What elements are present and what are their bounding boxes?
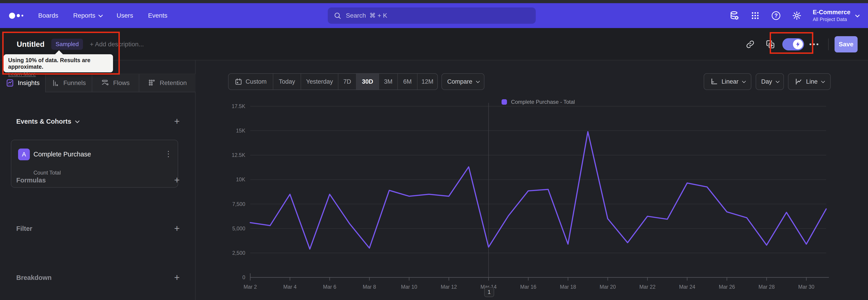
x-axis-tick-label: Mar 2 — [244, 284, 257, 290]
chevron-down-icon — [75, 119, 80, 123]
range-6m[interactable]: 6M — [397, 74, 417, 90]
y-axis-tick-label: 12.5K — [232, 152, 246, 158]
linear-axis-icon — [710, 78, 718, 86]
divider — [828, 38, 829, 50]
mixpanel-logo[interactable] — [9, 13, 23, 19]
add-to-board-button[interactable] — [766, 28, 775, 60]
series-line[interactable] — [250, 131, 826, 249]
range-7d[interactable]: 7D — [338, 74, 356, 90]
x-axis-tick-label: Mar 10 — [401, 284, 417, 290]
lightning-bolt-icon — [795, 41, 801, 47]
x-axis-tick-label: Mar 20 — [600, 284, 616, 290]
retention-icon — [148, 79, 156, 87]
learn-more-link[interactable]: Learn More — [8, 71, 36, 77]
range-custom[interactable]: Custom — [228, 74, 273, 90]
add-filter-button[interactable]: + — [174, 224, 180, 233]
formulas-header: Formulas — [16, 177, 46, 184]
settings-gear-icon[interactable] — [792, 11, 802, 21]
event-options-kebab[interactable]: ⋮ — [164, 149, 172, 158]
y-axis-tick-label: 10K — [236, 177, 246, 182]
search-icon — [334, 12, 341, 20]
chart-panel: Custom Today Yesterday 7D 30D 3M 6M 12M … — [196, 60, 868, 300]
search-input[interactable] — [346, 12, 530, 19]
add-description[interactable]: + Add description... — [90, 41, 144, 48]
y-axis-tick-label: 2,500 — [232, 250, 245, 256]
formulas-row: Formulas + — [16, 175, 174, 186]
app-window: Boards Reports Users Events ? E — [0, 0, 868, 300]
project-scope: All Project Data — [813, 16, 850, 23]
x-axis-tick-label: Mar 4 — [283, 284, 297, 290]
flows-icon — [101, 79, 110, 87]
x-axis-tick-label: Mar 16 — [520, 284, 536, 290]
add-formula-button[interactable]: + — [174, 175, 180, 185]
chevron-down-icon — [821, 79, 825, 83]
events-cohorts-header-row: Events & Cohorts + — [16, 116, 174, 127]
save-button[interactable]: Save — [835, 36, 858, 53]
x-axis-tick-label: Mar 26 — [719, 284, 735, 290]
chevron-down-icon — [476, 79, 480, 83]
range-12m[interactable]: 12M — [417, 74, 437, 90]
chevron-down-icon — [855, 13, 860, 18]
chevron-down-icon — [776, 79, 779, 83]
add-event-button[interactable]: + — [174, 117, 180, 126]
x-axis-tick-label: Mar 12 — [441, 284, 457, 290]
chevron-down-icon — [98, 13, 103, 18]
search-bar[interactable] — [328, 7, 536, 24]
report-header: Untitled Sampled + Add description... ••… — [0, 28, 868, 60]
sampling-toggle[interactable] — [782, 38, 804, 51]
compare-button[interactable]: Compare — [441, 73, 485, 90]
y-axis-tick-label: 5,000 — [232, 226, 245, 232]
x-axis-tick-label: Mar 6 — [323, 284, 336, 290]
y-axis-tick-label: 15K — [236, 128, 246, 133]
events-cohorts-header[interactable]: Events & Cohorts — [16, 118, 79, 125]
sampled-badge[interactable]: Sampled — [51, 39, 83, 50]
report-title[interactable]: Untitled — [17, 40, 44, 49]
window-top-strip — [0, 0, 868, 3]
interval-dropdown[interactable]: Day — [756, 73, 784, 90]
chart-type-dropdown[interactable]: Line — [788, 73, 831, 90]
funnels-icon — [52, 79, 60, 87]
x-axis-tick-label: Mar 18 — [560, 284, 576, 290]
breakdown-row: Breakdown + — [16, 272, 174, 283]
add-to-board-icon — [766, 40, 775, 49]
breakdown-header: Breakdown — [16, 274, 52, 281]
toggle-knob — [793, 39, 803, 49]
event-letter-badge: A — [18, 149, 30, 160]
copy-link-button[interactable] — [746, 28, 754, 60]
x-axis-tick-label: Mar 22 — [639, 284, 655, 290]
chevron-down-icon — [742, 79, 746, 83]
nav-item-boards[interactable]: Boards — [38, 12, 58, 19]
more-options-button[interactable]: ••• — [809, 28, 820, 60]
range-today[interactable]: Today — [273, 74, 301, 90]
nav-item-events[interactable]: Events — [148, 12, 167, 19]
x-axis-tick-label: Mar 8 — [363, 284, 376, 290]
insights-icon — [6, 79, 14, 87]
nav-item-users[interactable]: Users — [117, 12, 133, 19]
line-chart[interactable]: 02,5005,0007,50010K12.5K15K17.5KMar 2Mar… — [230, 97, 855, 300]
pagination-page-1[interactable]: 1 — [484, 287, 494, 297]
nav-item-reports[interactable]: Reports — [73, 12, 102, 19]
scale-dropdown[interactable]: Linear — [704, 73, 751, 90]
x-axis-tick-label: Mar 30 — [798, 284, 814, 290]
range-yesterday[interactable]: Yesterday — [301, 74, 338, 90]
range-30d[interactable]: 30D — [356, 74, 379, 90]
data-management-icon[interactable] — [730, 11, 739, 21]
event-name: Complete Purchase — [33, 151, 91, 158]
project-switcher[interactable]: E-Commerce All Project Data — [813, 8, 859, 22]
range-3m[interactable]: 3M — [379, 74, 397, 90]
y-axis-tick-label: 7,500 — [232, 201, 245, 207]
add-breakdown-button[interactable]: + — [174, 273, 180, 282]
date-range-selector: Custom Today Yesterday 7D 30D 3M 6M 12M — [228, 73, 438, 90]
tooltip-text: Using 10% of data. Results are approxima… — [8, 57, 108, 70]
ellipsis-icon: ••• — [809, 40, 820, 48]
filter-header: Filter — [16, 225, 32, 232]
apps-grid-icon[interactable] — [750, 11, 760, 21]
line-chart-icon — [795, 78, 802, 86]
project-name: E-Commerce — [813, 8, 850, 16]
x-axis-tick-label: Mar 28 — [758, 284, 775, 290]
sampling-tooltip: Using 10% of data. Results are approxima… — [4, 54, 113, 72]
tab-retention[interactable]: Retention — [139, 74, 195, 92]
help-icon[interactable]: ? — [771, 11, 781, 21]
top-nav: Boards Reports Users Events ? E — [0, 3, 868, 28]
x-axis-tick-label: Mar 24 — [679, 284, 695, 290]
